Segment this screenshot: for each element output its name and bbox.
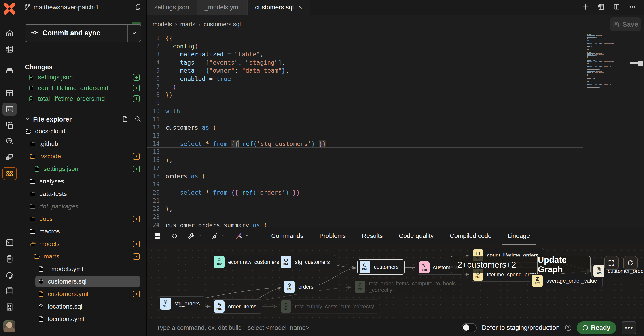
code-line-20[interactable]: 20 select * from {{ ref('orders') }} — [147, 188, 583, 196]
commit-options-caret[interactable] — [128, 24, 141, 41]
lineage-node-stg_customers[interactable]: MDLstg_customers — [278, 255, 336, 269]
rail-code-window-icon[interactable] — [2, 103, 17, 116]
changed-file-row[interactable]: total_lifetime_orders.md+ — [19, 93, 146, 104]
code-line-2[interactable]: 2 config( — [147, 42, 583, 50]
code-line-1[interactable]: 1{{ — [147, 34, 583, 42]
editor-tab--models-yml[interactable]: _models.yml — [197, 0, 248, 15]
command-more-button[interactable]: ••• — [622, 321, 636, 334]
chevron-down-icon[interactable] — [197, 233, 202, 239]
rail-notebook-icon[interactable] — [2, 43, 17, 56]
rail-atom-icon[interactable] — [2, 167, 17, 180]
file-tree-item-settings-json[interactable]: settings.json+ — [19, 163, 146, 175]
new-tab-icon[interactable] — [582, 3, 589, 11]
code-line-15[interactable]: 15 — [147, 148, 583, 156]
code-line-21[interactable]: 21 — [147, 197, 583, 205]
code-line-11[interactable]: 11 — [147, 115, 583, 123]
lineage-node-orders[interactable]: MDLorders — [282, 280, 319, 294]
rail-windows-icon[interactable] — [2, 151, 17, 164]
file-tree-item-customers-sql[interactable]: customers.sql — [19, 275, 146, 288]
rail-headset-icon[interactable] — [2, 268, 17, 281]
code-line-23[interactable]: 23 — [147, 213, 583, 221]
code-line-3[interactable]: 3 materialized = "table", — [147, 50, 583, 58]
save-button[interactable]: Save — [610, 17, 641, 31]
rail-home-icon[interactable] — [2, 27, 17, 40]
panel-tool-wrench-icon[interactable] — [188, 232, 202, 240]
code-line-10[interactable]: 10with — [147, 107, 583, 115]
panel-tab-commands[interactable]: Commands — [263, 227, 311, 245]
breadcrumb[interactable]: models›marts›customers.sql — [152, 21, 241, 28]
code-line-9[interactable]: 9 — [147, 99, 583, 107]
new-file-icon[interactable] — [122, 115, 128, 123]
chevron-down-icon[interactable] — [245, 233, 250, 239]
user-avatar[interactable] — [3, 320, 16, 333]
file-tree-item-locations-yml[interactable]: locations.yml — [19, 313, 146, 325]
scrollbar-thumb[interactable] — [638, 61, 643, 66]
branch-widget[interactable]: matthewshaver-patch-1 — [19, 0, 146, 15]
code-line-8[interactable]: 8}} — [147, 91, 583, 99]
file-tree-item-analyses[interactable]: analyses — [19, 175, 146, 188]
code-line-7[interactable]: 7 ) — [147, 83, 583, 91]
code-line-4[interactable]: 4 tags = ["events", "staging"], — [147, 58, 583, 66]
rail-canvas-select-icon[interactable] — [2, 119, 17, 132]
editor-tab-settings-json[interactable]: settings.json — [147, 0, 197, 15]
file-tree-item-dbt-packages[interactable]: dbt_packages — [19, 200, 146, 213]
help-icon[interactable]: ? — [565, 325, 571, 331]
commit-and-sync-main[interactable]: Commit and sync — [25, 24, 128, 41]
panel-tool-broom-icon[interactable] — [211, 232, 226, 240]
rail-terminal-icon[interactable] — [2, 236, 17, 249]
rail-stack-icon[interactable] — [2, 64, 17, 77]
stage-add-badge[interactable]: + — [133, 95, 140, 102]
code-line-18[interactable]: 18orders as ( — [147, 172, 583, 180]
code-line-19[interactable]: 19 — [147, 180, 583, 188]
lineage-node-stg_orders[interactable]: MDLstg_orders — [158, 297, 205, 311]
minimap[interactable] — [587, 33, 625, 88]
changed-file-row[interactable]: count_lifetime_orders.md+ — [19, 83, 146, 93]
refresh-button[interactable] — [623, 256, 638, 270]
code-line-6[interactable]: 6 enabled = true — [147, 75, 583, 83]
code-line-13[interactable]: 13 — [147, 132, 583, 140]
rail-clipboard-icon[interactable] — [2, 252, 17, 265]
more-options-icon[interactable] — [629, 3, 636, 11]
lineage-node-test_order_items[interactable]: TSTtest_order_items_compute_to_bools _co… — [353, 280, 461, 294]
file-tree-item--github[interactable]: .github — [19, 138, 146, 150]
lineage-node-test_supply[interactable]: TSTtest_supply_costs_sum_correctly — [278, 299, 380, 314]
code-line-17[interactable]: 17 — [147, 164, 583, 172]
file-tree-item-data-tests[interactable]: data-tests — [19, 188, 146, 200]
code-editor[interactable]: models›marts›customers.sql Save 1{{2 con… — [147, 15, 644, 227]
code-line-5[interactable]: 5 meta = {"owner": "data-team"}, — [147, 66, 583, 75]
split-editor-icon[interactable] — [613, 3, 620, 11]
lineage-node-customers_mdl[interactable]: MDLcustomers — [357, 259, 404, 275]
panel-tool-magic-wand-icon[interactable] — [235, 232, 250, 240]
panel-tab-problems[interactable]: Problems — [311, 227, 354, 245]
file-tree-item-macros[interactable]: macros — [19, 225, 146, 238]
stage-add-badge[interactable]: + — [133, 74, 140, 81]
rail-building-icon[interactable] — [2, 301, 17, 314]
notebook-icon[interactable] — [598, 3, 605, 11]
code-line-22[interactable]: 22), — [147, 205, 583, 213]
dbt-logo[interactable] — [3, 3, 16, 15]
close-tab-icon[interactable]: × — [298, 3, 302, 11]
panel-tool-code-icon[interactable] — [170, 232, 178, 240]
update-graph-button[interactable]: Update Graph — [538, 257, 590, 273]
rail-book-icon[interactable] — [2, 284, 17, 297]
fullscreen-button[interactable] — [604, 256, 618, 270]
panel-tool-table-preview-icon[interactable] — [154, 232, 162, 240]
code-line-16[interactable]: 16), — [147, 156, 583, 164]
lineage-canvas[interactable]: SRCecom.raw_customersMDLstg_customersMDL… — [147, 245, 644, 319]
code-line-24[interactable]: 24customer_orders_summary as ( — [147, 221, 583, 227]
changed-file-row[interactable]: settings.json+ — [19, 72, 146, 83]
command-input[interactable] — [147, 319, 462, 336]
editor-tab-customers-sql[interactable]: customers.sql× — [248, 0, 310, 15]
chevron-down-icon[interactable] — [221, 233, 226, 239]
rail-query-search-icon[interactable] — [2, 135, 17, 148]
rail-dashboard-icon[interactable] — [2, 87, 17, 100]
panel-tab-results[interactable]: Results — [354, 227, 391, 245]
panel-tab-code-quality[interactable]: Code quality — [391, 227, 442, 245]
copy-icon[interactable] — [135, 3, 142, 11]
lineage-node-raw_customers[interactable]: SRCecom.raw_customers — [212, 255, 285, 269]
code-line-14[interactable]: 14 select * from {{ ref('stg_customers')… — [147, 140, 583, 148]
stage-add-badge[interactable]: + — [133, 85, 140, 91]
defer-toggle[interactable] — [462, 323, 476, 332]
file-tree-item--models-yml[interactable]: _models.yml — [19, 263, 146, 275]
file-tree-item-marts[interactable]: marts• — [19, 250, 146, 263]
